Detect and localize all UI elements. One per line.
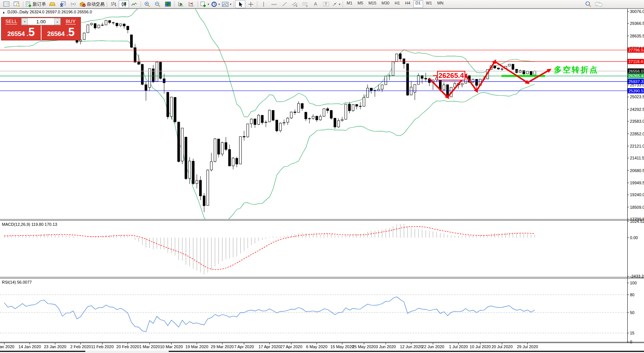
candle-body [207,170,209,206]
date-axis-label: 20 Jul 2020 [492,344,513,349]
horizontal-scrollbar[interactable] [0,350,644,353]
candle-body [349,104,351,111]
candle-body [188,161,191,178]
candle-body [265,122,267,122]
rsi-line [4,297,535,332]
candle-body [381,85,383,89]
candle-body [385,76,387,85]
macd-signal-line [4,227,535,270]
candle-body [526,71,529,74]
price-axis-label: 30076.0 [630,9,644,14]
candle-body [228,149,231,166]
candle-body [218,139,220,154]
candle-body [272,110,274,121]
candle-body [134,47,136,62]
date-axis-label: 7 Apr 2020 [234,344,254,349]
ask-price-box[interactable]: 26564 . 5 [42,26,81,40]
candle-body [90,23,93,25]
candle-body [210,162,212,170]
candle-body [240,136,242,164]
date-axis-label: 27 Apr 2020 [280,344,302,349]
price-axis-label: 25023.5 [630,95,644,99]
candle-body [232,158,234,166]
sell-button[interactable]: SELL [1,17,21,26]
price-axis-label: 19949.5 [630,181,644,185]
candle-body [301,103,303,109]
candle-body [250,119,252,124]
date-axis-label: 6 May 2020 [306,344,327,349]
candle-body [236,158,238,164]
candle-body [94,24,96,28]
candle-body [98,25,100,28]
symbol-period-label: DJ30-,Daily [7,10,29,14]
candle-body [508,64,511,66]
caret-down-icon: ▾ [24,20,25,23]
trading-platform-window: 新订单 自动交易 [0,0,644,353]
rsi-axis-label: 100 [630,281,637,285]
candle-body [156,62,158,82]
candle-body [316,116,318,120]
candle-body [461,83,463,85]
candle-body [534,71,536,75]
volume-increase-button[interactable]: ▴ [54,18,60,25]
price-tag-annotation[interactable]: 26265.4 [437,71,465,80]
bid-price-box[interactable]: 26554 . 5 [1,26,41,40]
candle-body [192,161,194,184]
scrollbar-segment[interactable] [0,351,85,352]
macd-axis-label: 0.00 [630,235,638,240]
candle-body [396,54,398,62]
candle-body [399,54,402,59]
rsi-axis-label: 50 [630,310,634,315]
candle-body [530,71,532,75]
candle-body [425,78,427,79]
candle-body [276,120,278,131]
candle-body [359,106,361,106]
candle-body [116,23,118,26]
volume-decrease-button[interactable]: ▾ [22,18,28,25]
candle-body [337,121,340,127]
price-axis-label: 28635.5 [630,34,644,38]
candle-body [145,85,147,90]
price-level-badge-label: 27118.4 [628,59,643,64]
candle-body [178,122,180,162]
candle-body [363,98,365,106]
candle-body [323,109,325,116]
candle-body [214,139,216,161]
candle-body [181,128,184,161]
price-level-badge-label: 27796.5 [628,48,643,52]
price-axis-label: 21411.5 [630,156,644,160]
candle-body [294,112,296,113]
candle-body [290,112,293,118]
bollinger-lower-band [4,39,535,225]
candle-body [185,137,187,179]
collapse-triangle-icon[interactable]: ▲ [2,11,5,14]
candle-body [196,181,198,184]
price-level-badge-label: 26556.0 [628,69,643,73]
chart-canvas[interactable]: 30076.029366.528635.527904.525733.025023… [0,0,644,353]
date-axis-label: 11 Feb 2020 [91,344,114,349]
candle-body [105,20,107,25]
scrollbar-segment[interactable] [169,351,644,352]
candle-body [138,62,140,64]
candle-body [225,142,227,149]
price-axis-label: 23583.0 [630,119,644,123]
date-axis-label: 2 Feb 2020 [70,344,91,349]
buy-button[interactable]: BUY [61,17,80,26]
candle-body [512,64,514,69]
candle-body [163,79,165,83]
candle-body [392,62,394,75]
price-axis-label: 24292.5 [630,107,644,112]
candle-body [406,64,409,95]
price-level-badge-label: 25390.5 [628,89,643,93]
bid-price-int: 26554 [7,30,25,38]
candle-body [410,87,412,95]
volume-input[interactable]: 1.00 [28,18,54,25]
candle-body [345,104,347,119]
turning-point-note[interactable]: 多空转折点 [554,65,598,75]
price-axis-label: 22852.0 [630,132,644,136]
volume-spinner: ▾ 1.00 ▴ [21,18,61,25]
ask-price-int: 26564 [47,30,65,38]
candle-body [308,119,311,119]
bid-price-frac: 5 [28,26,34,39]
rsi-axis-label: 0 [630,340,632,344]
